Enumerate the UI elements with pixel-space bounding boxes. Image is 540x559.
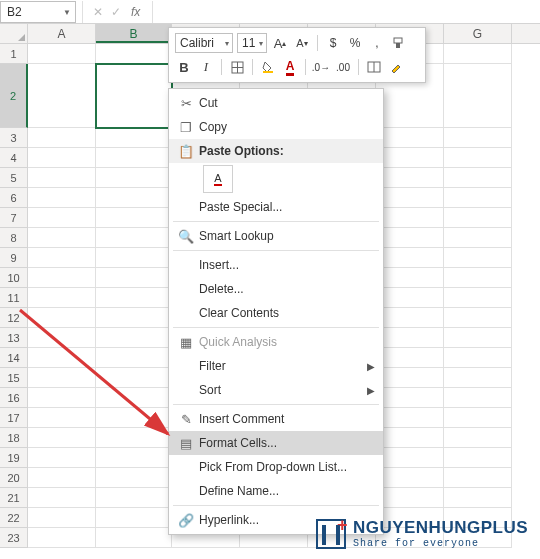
menu-sort[interactable]: Sort ▶: [169, 378, 383, 402]
menu-pick-from-list[interactable]: Pick From Drop-down List...: [169, 455, 383, 479]
increase-font-button[interactable]: A▴: [271, 34, 289, 52]
row-header[interactable]: 9: [0, 248, 28, 268]
comma-button[interactable]: ,: [368, 34, 386, 52]
row-header[interactable]: 21: [0, 488, 28, 508]
row-header[interactable]: 2: [0, 64, 28, 128]
row-header[interactable]: 5: [0, 168, 28, 188]
menu-delete[interactable]: Delete...: [169, 277, 383, 301]
cell[interactable]: [376, 148, 444, 168]
cell[interactable]: [376, 368, 444, 388]
cell[interactable]: [96, 348, 172, 368]
cell[interactable]: [444, 448, 512, 468]
cell[interactable]: [28, 488, 96, 508]
cell[interactable]: [96, 408, 172, 428]
row-header[interactable]: 14: [0, 348, 28, 368]
cell[interactable]: [28, 368, 96, 388]
cell[interactable]: [376, 348, 444, 368]
cell[interactable]: [28, 328, 96, 348]
fx-icon[interactable]: fx: [125, 5, 146, 19]
cell[interactable]: [444, 488, 512, 508]
cell[interactable]: [376, 248, 444, 268]
cell[interactable]: [376, 408, 444, 428]
cell[interactable]: [376, 288, 444, 308]
row-header[interactable]: 10: [0, 268, 28, 288]
cell[interactable]: [444, 228, 512, 248]
cell[interactable]: [376, 468, 444, 488]
cell[interactable]: [96, 528, 172, 548]
cell[interactable]: [376, 128, 444, 148]
cell[interactable]: [444, 168, 512, 188]
menu-define-name[interactable]: Define Name...: [169, 479, 383, 503]
row-header[interactable]: 6: [0, 188, 28, 208]
font-name-dropdown[interactable]: Calibri ▾: [175, 33, 233, 53]
row-header[interactable]: 18: [0, 428, 28, 448]
select-all-corner[interactable]: [0, 24, 28, 43]
cell[interactable]: [96, 488, 172, 508]
cell[interactable]: [28, 468, 96, 488]
cell[interactable]: [376, 488, 444, 508]
font-color-button[interactable]: A: [281, 58, 299, 76]
cell[interactable]: [28, 128, 96, 148]
cell[interactable]: [444, 268, 512, 288]
cell[interactable]: [28, 44, 96, 64]
currency-button[interactable]: $: [324, 34, 342, 52]
row-header[interactable]: 12: [0, 308, 28, 328]
row-header[interactable]: 17: [0, 408, 28, 428]
cell[interactable]: [376, 228, 444, 248]
cell[interactable]: [376, 188, 444, 208]
cell[interactable]: [96, 228, 172, 248]
cell[interactable]: [376, 428, 444, 448]
cell[interactable]: [28, 188, 96, 208]
menu-copy[interactable]: ❐ Copy: [169, 115, 383, 139]
menu-filter[interactable]: Filter ▶: [169, 354, 383, 378]
cell[interactable]: [444, 468, 512, 488]
cell[interactable]: [444, 428, 512, 448]
row-header[interactable]: 20: [0, 468, 28, 488]
cell[interactable]: [96, 468, 172, 488]
row-header[interactable]: 4: [0, 148, 28, 168]
cell[interactable]: [28, 288, 96, 308]
cell[interactable]: [28, 64, 96, 128]
menu-insert-comment[interactable]: ✎ Insert Comment: [169, 407, 383, 431]
menu-paste-special[interactable]: Paste Special...: [169, 195, 383, 219]
row-header[interactable]: 22: [0, 508, 28, 528]
cell[interactable]: [444, 44, 512, 64]
increase-decimal-button[interactable]: .00: [334, 58, 352, 76]
name-box[interactable]: B2 ▼: [0, 1, 76, 23]
cell[interactable]: [28, 148, 96, 168]
cell[interactable]: [376, 208, 444, 228]
cell[interactable]: [96, 268, 172, 288]
borders-button[interactable]: [228, 58, 246, 76]
cell[interactable]: [96, 288, 172, 308]
cell[interactable]: [96, 388, 172, 408]
menu-cut[interactable]: ✂ Cut: [169, 91, 383, 115]
cell[interactable]: [96, 328, 172, 348]
decrease-font-button[interactable]: A▾: [293, 34, 311, 52]
cell[interactable]: [444, 308, 512, 328]
cell[interactable]: [444, 248, 512, 268]
bold-button[interactable]: B: [175, 58, 193, 76]
cell[interactable]: [96, 508, 172, 528]
menu-clear-contents[interactable]: Clear Contents: [169, 301, 383, 325]
row-header[interactable]: 23: [0, 528, 28, 548]
cell[interactable]: [376, 328, 444, 348]
cell[interactable]: [96, 168, 172, 188]
cell[interactable]: [376, 168, 444, 188]
font-size-dropdown[interactable]: 11 ▾: [237, 33, 267, 53]
cell[interactable]: [28, 308, 96, 328]
active-cell[interactable]: [96, 64, 172, 128]
format-brush-button[interactable]: [387, 58, 405, 76]
cell[interactable]: [28, 228, 96, 248]
cell[interactable]: [444, 208, 512, 228]
cell[interactable]: [28, 528, 96, 548]
row-header[interactable]: 16: [0, 388, 28, 408]
paste-keep-formatting-button[interactable]: A: [203, 165, 233, 193]
cell[interactable]: [28, 248, 96, 268]
cell[interactable]: [444, 64, 512, 128]
merge-button[interactable]: [365, 58, 383, 76]
cell[interactable]: [28, 448, 96, 468]
row-header[interactable]: 1: [0, 44, 28, 64]
cell[interactable]: [444, 288, 512, 308]
cell[interactable]: [28, 508, 96, 528]
cell[interactable]: [28, 408, 96, 428]
